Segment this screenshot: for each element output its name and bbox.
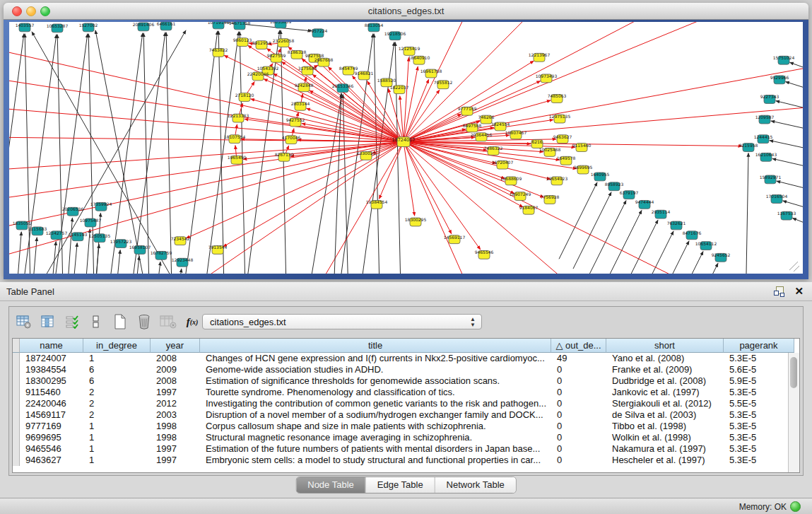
table-cell[interactable]: 0 (551, 375, 606, 387)
close-panel-icon[interactable]: ✕ (794, 285, 804, 298)
table-cell[interactable]: Stergiakouli et al. (2012) (606, 398, 724, 409)
network-node[interactable]: 2803144 (291, 101, 310, 110)
table-cell[interactable]: 1997 (151, 455, 200, 466)
table-cell[interactable]: 2 (83, 387, 151, 398)
network-node[interactable]: 8471676 (683, 230, 702, 240)
table-cell[interactable]: Hescheler et al. (1997) (606, 455, 724, 466)
network-node[interactable]: 9115460 (572, 143, 592, 152)
network-node[interactable]: 7756928 (541, 195, 560, 204)
column-header-name[interactable]: name (20, 339, 83, 353)
table-cell[interactable]: Yano et al. (2008) (606, 353, 724, 364)
table-cell[interactable]: 18300295 (20, 375, 83, 387)
network-node[interactable]: 16961758 (420, 69, 442, 78)
table-cell[interactable]: 0 (551, 432, 606, 443)
table-row[interactable]: 1872400712008Changes of HCN gene express… (13, 353, 799, 364)
network-node[interactable]: 1209587 (755, 115, 775, 124)
network-node[interactable]: 9227343 (760, 95, 779, 104)
table-cell[interactable]: 2 (83, 409, 151, 421)
tab-network-table[interactable]: Network Table (435, 477, 516, 493)
column-header-year[interactable]: year (151, 339, 200, 353)
table-cell[interactable]: 5.6E-5 (724, 364, 794, 375)
network-node[interactable]: 1965490 (228, 155, 247, 164)
table-cell[interactable]: Dudbridge et al. (2008) (606, 375, 724, 387)
column-header-pagerank[interactable]: pagerank (724, 339, 794, 353)
table-cell[interactable]: Corpus callosum shape and size in male p… (200, 421, 551, 432)
table-cell[interactable]: 1997 (151, 443, 200, 455)
table-row[interactable]: 969969511998Structural magnetic resonanc… (13, 432, 799, 443)
scrollbar-thumb[interactable] (790, 357, 797, 388)
network-node[interactable]: 10688609 (500, 176, 522, 185)
table-cell[interactable]: de Silva et al. (2003) (606, 409, 724, 421)
table-cell[interactable]: 1998 (151, 432, 200, 443)
select-rows-icon[interactable] (63, 313, 81, 330)
table-settings-icon[interactable] (15, 313, 33, 330)
table-cell[interactable]: 0 (551, 443, 606, 455)
network-node[interactable]: 12213383 (228, 113, 249, 122)
network-node[interactable]: 9827509 (267, 53, 286, 62)
table-cell[interactable]: 5.5E-5 (724, 398, 794, 409)
table-cell[interactable]: 6 (83, 375, 151, 387)
table-cell[interactable]: Changes of HCN gene expression and I(f) … (200, 353, 551, 364)
network-node[interactable]: 3175685 (298, 66, 317, 75)
table-cell[interactable]: Estimation of the future numbers of pati… (200, 443, 551, 455)
network-node[interactable]: 10973493 (536, 74, 558, 83)
table-cell[interactable]: 1 (83, 443, 151, 455)
network-node[interactable]: 12505135 (89, 233, 111, 243)
network-node[interactable]: 17359924 (90, 201, 112, 211)
network-node[interactable]: 18300295 (405, 217, 427, 226)
network-node[interactable]: 9463627 (553, 134, 572, 144)
table-cell[interactable]: 2 (83, 398, 151, 409)
table-cell[interactable]: 5.3E-5 (724, 421, 794, 432)
table-cell[interactable]: 5.3E-5 (724, 443, 794, 455)
table-cell[interactable]: 1 (83, 432, 151, 443)
table-cell[interactable]: 9699695 (20, 432, 83, 443)
resize-grip-icon[interactable] (794, 266, 799, 271)
network-node[interactable]: 6379197 (620, 190, 639, 199)
table-cell[interactable]: 49 (551, 353, 606, 364)
table-cell[interactable]: Estimation of significance thresholds fo… (200, 375, 551, 387)
table-cell[interactable]: 5.9E-5 (724, 375, 794, 387)
table-cell[interactable]: 5.3E-5 (724, 353, 794, 364)
function-builder-icon[interactable]: f(x) (183, 313, 201, 330)
table-cell[interactable]: 5.3E-5 (724, 387, 794, 398)
table-cell[interactable]: 5.3E-5 (724, 432, 794, 443)
table-cell[interactable]: 0 (551, 421, 606, 432)
network-node[interactable]: 16720407 (492, 160, 514, 169)
network-node[interactable]: 9465546 (475, 250, 494, 259)
table-cell[interactable]: 22420046 (20, 398, 83, 409)
tab-edge-table[interactable]: Edge Table (366, 477, 435, 493)
table-selector-dropdown[interactable]: citations_edges.txt ▲▼ (202, 314, 482, 329)
network-node[interactable]: 18640910 (408, 55, 430, 64)
network-node[interactable]: 7486322 (484, 146, 503, 155)
table-cell[interactable]: 0 (551, 364, 606, 375)
table-cell[interactable]: Genome-wide association studies in ADHD. (200, 364, 551, 375)
network-node[interactable]: 1640955 (591, 172, 610, 181)
table-row[interactable]: 946554611997Estimation of the future num… (13, 443, 799, 455)
memory-ok-indicator-icon[interactable] (790, 501, 801, 512)
column-header-short[interactable]: short (606, 339, 724, 353)
table-row[interactable]: 2242004622012Investigating the contribut… (13, 398, 799, 409)
network-node[interactable]: 9146821 (355, 71, 374, 80)
table-cell[interactable]: 5.3E-5 (724, 455, 794, 466)
table-cell[interactable]: 2003 (151, 409, 200, 421)
network-node[interactable]: 20891406 (133, 22, 155, 31)
network-node[interactable]: 1822037 (390, 85, 409, 94)
table-row[interactable]: 1830029562008Estimation of significance … (13, 375, 799, 387)
table-row[interactable]: 911546021997Tourette syndrome. Phenomeno… (13, 387, 799, 398)
table-cell[interactable]: 6 (83, 364, 151, 375)
table-cell[interactable]: 1 (83, 353, 151, 364)
network-node[interactable]: 18907249 (510, 192, 531, 201)
table-cell[interactable]: 2012 (151, 398, 200, 409)
network-node[interactable]: 15892971 (760, 175, 782, 184)
network-node[interactable]: 8186328 (288, 49, 307, 59)
table-row[interactable]: 977716911998Corpus callosum shape and si… (13, 421, 799, 432)
network-node[interactable]: 23226058 (273, 38, 295, 47)
table-cell[interactable]: 2009 (151, 364, 200, 375)
network-node[interactable]: 14671358 (229, 22, 251, 30)
table-row[interactable]: 946362711997Embryonic stem cells: a mode… (13, 455, 799, 466)
table-cell[interactable]: Disruption of a novel member of a sodium… (200, 409, 551, 421)
table-cell[interactable]: 2008 (151, 375, 200, 387)
show-columns-icon[interactable] (39, 313, 57, 330)
table-cell[interactable]: 14569117 (20, 409, 83, 421)
table-cell[interactable]: Franke et al. (2009) (606, 364, 724, 375)
